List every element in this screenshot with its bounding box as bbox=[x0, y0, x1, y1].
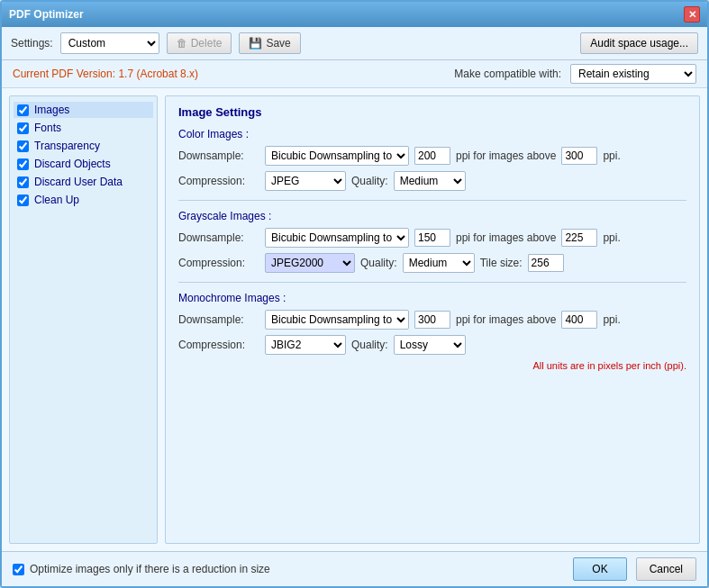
mono-quality-select[interactable]: Lossy bbox=[394, 335, 466, 355]
sidebar-item-fonts[interactable]: Fonts bbox=[14, 120, 153, 136]
mono-ppi-end: ppi. bbox=[603, 313, 620, 326]
mono-ppi2-input[interactable] bbox=[561, 311, 597, 329]
close-button[interactable]: ✕ bbox=[684, 6, 700, 23]
gray-images-title: Grayscale Images : bbox=[178, 210, 686, 222]
images-checkbox[interactable] bbox=[17, 104, 29, 116]
gray-tile-input[interactable] bbox=[528, 254, 564, 272]
compat-select[interactable]: Retain existing bbox=[570, 64, 696, 84]
mono-compression-label: Compression: bbox=[178, 339, 259, 351]
mono-downsample-select[interactable]: Bicubic Downsampling to bbox=[265, 310, 409, 330]
sidebar-item-discard-user-data[interactable]: Discard User Data bbox=[14, 174, 153, 190]
color-compression-row: Compression: JPEG Quality: Medium bbox=[178, 171, 686, 191]
color-ppi1-input[interactable] bbox=[414, 147, 450, 165]
gray-quality-label: Quality: bbox=[360, 257, 397, 269]
content-panel: Image Settings Color Images : Downsample… bbox=[165, 95, 700, 544]
gray-compression-label: Compression: bbox=[178, 257, 259, 269]
gray-ppi-end: ppi. bbox=[603, 231, 620, 244]
mono-ppi-above-label: ppi for images above bbox=[456, 313, 556, 326]
gray-ppi1-input[interactable] bbox=[414, 229, 450, 247]
sidebar-item-label: Discard Objects bbox=[34, 158, 111, 170]
color-downsample-select[interactable]: Bicubic Downsampling to bbox=[265, 146, 409, 166]
sidebar-item-transparency[interactable]: Transparency bbox=[14, 138, 153, 154]
gray-quality-select[interactable]: Medium bbox=[403, 253, 475, 273]
gray-downsample-row: Downsample: Bicubic Downsampling to ppi … bbox=[178, 228, 686, 248]
discard-user-data-checkbox[interactable] bbox=[17, 176, 29, 188]
pdf-optimizer-window: PDF Optimizer ✕ Settings: Custom 🗑 Delet… bbox=[0, 0, 709, 588]
gray-compression-row: Compression: JPEG2000 Quality: Medium Ti… bbox=[178, 253, 686, 273]
clean-up-checkbox[interactable] bbox=[17, 194, 29, 206]
mono-downsample-label: Downsample: bbox=[178, 313, 259, 326]
discard-objects-checkbox[interactable] bbox=[17, 158, 29, 170]
delete-icon: 🗑 bbox=[177, 37, 187, 50]
color-downsample-row: Downsample: Bicubic Downsampling to ppi … bbox=[178, 146, 686, 166]
optimize-checkbox[interactable] bbox=[13, 564, 24, 575]
transparency-checkbox[interactable] bbox=[17, 140, 29, 152]
color-downsample-label: Downsample: bbox=[178, 149, 259, 162]
color-compression-select[interactable]: JPEG bbox=[265, 171, 346, 191]
sidebar-item-clean-up[interactable]: Clean Up bbox=[14, 192, 153, 208]
optimize-checkbox-label: Optimize images only if there is a reduc… bbox=[30, 563, 270, 575]
gray-tile-label: Tile size: bbox=[480, 257, 523, 269]
toolbar: Settings: Custom 🗑 Delete 💾 Save Audit s… bbox=[2, 27, 707, 60]
save-button[interactable]: 💾 Save bbox=[239, 32, 300, 54]
mono-images-title: Monochrome Images : bbox=[178, 292, 686, 304]
gray-compression-select[interactable]: JPEG2000 bbox=[265, 253, 355, 273]
sidebar-item-label: Fonts bbox=[34, 122, 61, 134]
color-ppi-end: ppi. bbox=[603, 149, 620, 162]
sidebar-item-label: Transparency bbox=[34, 140, 100, 152]
cancel-button[interactable]: Cancel bbox=[636, 557, 696, 581]
optimize-checkbox-row: Optimize images only if there is a reduc… bbox=[13, 563, 564, 575]
sidebar-item-images[interactable]: Images bbox=[14, 102, 153, 118]
color-quality-select[interactable]: Medium bbox=[394, 171, 466, 191]
mono-quality-label: Quality: bbox=[351, 339, 388, 351]
compat-label: Make compatible with: bbox=[454, 68, 561, 80]
sidebar-item-label: Discard User Data bbox=[34, 176, 123, 188]
mono-ppi1-input[interactable] bbox=[414, 311, 450, 329]
sidebar: Images Fonts Transparency Discard Object… bbox=[9, 95, 158, 544]
sidebar-item-label: Clean Up bbox=[34, 194, 79, 206]
gray-downsample-select[interactable]: Bicubic Downsampling to bbox=[265, 228, 409, 248]
main-content: Images Fonts Transparency Discard Object… bbox=[2, 88, 707, 551]
color-compression-label: Compression: bbox=[178, 175, 259, 187]
settings-label: Settings: bbox=[11, 37, 53, 50]
save-icon: 💾 bbox=[249, 37, 262, 50]
settings-select[interactable]: Custom bbox=[60, 32, 159, 54]
fonts-checkbox[interactable] bbox=[17, 122, 29, 134]
sidebar-item-label: Images bbox=[34, 104, 69, 116]
color-images-title: Color Images : bbox=[178, 128, 686, 140]
window-title: PDF Optimizer bbox=[9, 8, 84, 21]
pdf-version-text: Current PDF Version: 1.7 (Acrobat 8.x) bbox=[13, 68, 198, 80]
delete-button[interactable]: 🗑 Delete bbox=[167, 32, 232, 54]
image-settings-title: Image Settings bbox=[178, 105, 686, 119]
sidebar-item-discard-objects[interactable]: Discard Objects bbox=[14, 156, 153, 172]
gray-downsample-label: Downsample: bbox=[178, 231, 259, 244]
gray-ppi2-input[interactable] bbox=[561, 229, 597, 247]
footer: Optimize images only if there is a reduc… bbox=[2, 551, 707, 586]
units-note: All units are in pixels per inch (ppi). bbox=[178, 360, 686, 371]
mono-downsample-row: Downsample: Bicubic Downsampling to ppi … bbox=[178, 310, 686, 330]
audit-button[interactable]: Audit space usage... bbox=[580, 32, 698, 54]
mono-compression-row: Compression: JBIG2 Quality: Lossy bbox=[178, 335, 686, 355]
mono-compression-select[interactable]: JBIG2 bbox=[265, 335, 346, 355]
title-bar: PDF Optimizer ✕ bbox=[2, 2, 707, 27]
color-ppi2-input[interactable] bbox=[561, 147, 597, 165]
ok-button[interactable]: OK bbox=[573, 557, 626, 581]
version-bar: Current PDF Version: 1.7 (Acrobat 8.x) M… bbox=[2, 60, 707, 88]
gray-ppi-above-label: ppi for images above bbox=[456, 231, 556, 244]
color-ppi-above-label: ppi for images above bbox=[456, 149, 556, 162]
color-quality-label: Quality: bbox=[351, 175, 388, 187]
